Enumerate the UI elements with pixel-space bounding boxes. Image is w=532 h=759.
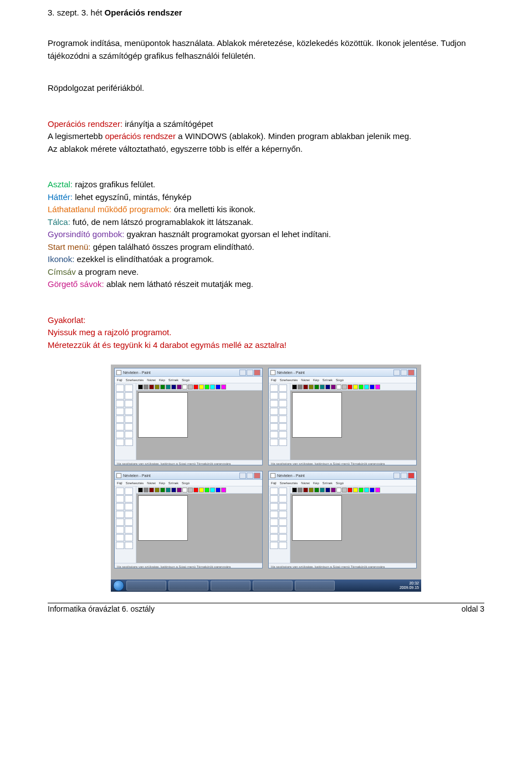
maximize-button[interactable] <box>401 473 407 479</box>
color-swatch[interactable] <box>347 384 352 389</box>
tool-button[interactable] <box>279 519 287 526</box>
menu-item[interactable]: Súgó <box>336 378 344 382</box>
tool-button[interactable] <box>125 519 133 526</box>
tool-button[interactable] <box>125 439 133 446</box>
color-swatch[interactable] <box>204 384 209 389</box>
menu-item[interactable]: Szerkesztés <box>126 481 144 485</box>
color-swatch[interactable] <box>221 488 226 493</box>
tool-button[interactable] <box>279 526 287 534</box>
tool-button[interactable] <box>270 384 278 392</box>
color-swatch[interactable] <box>336 488 341 493</box>
color-swatch[interactable] <box>359 384 364 389</box>
tool-button[interactable] <box>125 400 133 407</box>
tool-button[interactable] <box>116 384 124 392</box>
close-button[interactable] <box>408 473 415 479</box>
color-swatch[interactable] <box>353 488 358 493</box>
tool-button[interactable] <box>279 439 287 446</box>
menu-item[interactable]: Súgó <box>336 481 344 485</box>
menu-item[interactable]: Fájl <box>117 481 122 485</box>
tool-button[interactable] <box>125 431 133 438</box>
tool-button[interactable] <box>125 408 133 415</box>
canvas[interactable] <box>292 392 342 438</box>
tool-button[interactable] <box>125 495 133 502</box>
maximize-button[interactable] <box>247 473 253 479</box>
menu-item[interactable]: Kép <box>313 378 319 382</box>
color-swatch[interactable] <box>314 488 319 493</box>
color-swatch[interactable] <box>320 384 325 389</box>
color-swatch[interactable] <box>149 488 154 493</box>
color-swatch[interactable] <box>298 488 303 493</box>
color-swatch[interactable] <box>364 488 369 493</box>
tool-button[interactable] <box>125 542 133 549</box>
color-swatch[interactable] <box>188 384 193 389</box>
tool-button[interactable] <box>279 511 287 518</box>
maximize-button[interactable] <box>247 370 253 376</box>
tool-button[interactable] <box>116 495 124 502</box>
tool-button[interactable] <box>270 408 278 415</box>
taskbar-item[interactable] <box>168 581 208 591</box>
menu-item[interactable]: Színek <box>168 481 178 485</box>
tool-button[interactable] <box>116 431 124 438</box>
color-swatch[interactable] <box>216 384 221 389</box>
tool-button[interactable] <box>270 392 278 399</box>
canvas-area[interactable] <box>290 494 416 563</box>
color-swatch[interactable] <box>314 384 319 389</box>
taskbar-item[interactable] <box>126 581 166 591</box>
menu-item[interactable]: Színek <box>168 378 178 382</box>
tool-button[interactable] <box>116 519 124 526</box>
menu-item[interactable]: Kép <box>159 481 165 485</box>
color-swatch[interactable] <box>370 488 375 493</box>
menu-item[interactable]: Nézet <box>301 378 310 382</box>
close-button[interactable] <box>254 473 260 479</box>
close-button[interactable] <box>408 370 415 376</box>
tool-button[interactable] <box>116 416 124 423</box>
canvas[interactable] <box>138 495 188 541</box>
tool-button[interactable] <box>125 392 133 399</box>
color-swatch[interactable] <box>325 384 330 389</box>
tool-button[interactable] <box>125 511 133 518</box>
color-swatch[interactable] <box>199 384 204 389</box>
taskbar-item[interactable] <box>295 581 335 591</box>
maximize-button[interactable] <box>401 370 407 376</box>
color-swatch[interactable] <box>138 384 143 389</box>
tool-button[interactable] <box>270 423 278 430</box>
color-swatch[interactable] <box>292 488 297 493</box>
minimize-button[interactable] <box>239 473 246 479</box>
window-titlebar[interactable]: Névtelen - Paint <box>269 368 416 377</box>
menu-item[interactable]: Súgó <box>182 378 190 382</box>
tool-button[interactable] <box>270 519 278 526</box>
tool-button[interactable] <box>270 534 278 541</box>
tool-button[interactable] <box>116 488 124 495</box>
canvas-area[interactable] <box>136 494 262 563</box>
window-titlebar[interactable]: Névtelen - Paint <box>269 471 416 480</box>
color-swatch[interactable] <box>303 384 308 389</box>
tool-button[interactable] <box>279 542 287 549</box>
color-swatch[interactable] <box>309 384 314 389</box>
tool-button[interactable] <box>125 423 133 430</box>
color-swatch[interactable] <box>309 488 314 493</box>
color-swatch[interactable] <box>216 488 221 493</box>
color-swatch[interactable] <box>171 384 176 389</box>
color-swatch[interactable] <box>171 488 176 493</box>
menu-item[interactable]: Szerkesztés <box>280 481 298 485</box>
color-swatch[interactable] <box>325 488 330 493</box>
tool-button[interactable] <box>279 400 287 407</box>
menu-item[interactable]: Nézet <box>301 481 310 485</box>
color-swatch[interactable] <box>331 384 336 389</box>
color-swatch[interactable] <box>160 488 165 493</box>
color-swatch[interactable] <box>221 384 226 389</box>
tool-button[interactable] <box>116 511 124 518</box>
color-swatch[interactable] <box>155 384 160 389</box>
color-swatch[interactable] <box>347 488 352 493</box>
canvas-area[interactable] <box>136 391 262 460</box>
menu-item[interactable]: Fájl <box>271 378 277 382</box>
color-swatch[interactable] <box>177 488 182 493</box>
tool-button[interactable] <box>279 534 287 541</box>
tool-button[interactable] <box>125 534 133 541</box>
menu-item[interactable]: Fájl <box>271 481 277 485</box>
color-swatch[interactable] <box>177 384 182 389</box>
color-swatch[interactable] <box>353 384 358 389</box>
tool-button[interactable] <box>116 526 124 534</box>
tool-button[interactable] <box>270 416 278 423</box>
tool-button[interactable] <box>270 495 278 502</box>
